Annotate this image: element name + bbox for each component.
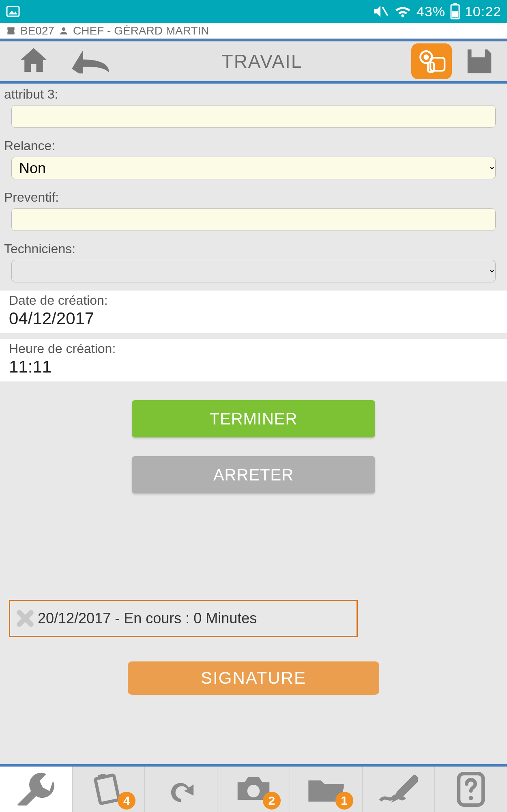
home-icon[interactable]	[15, 45, 52, 77]
page-title: TRAVAIL	[113, 50, 411, 72]
attribut3-label: attribut 3:	[0, 84, 507, 105]
svg-rect-0	[7, 6, 19, 16]
tab-export[interactable]	[145, 767, 217, 812]
clock-text: 10:22	[465, 4, 501, 19]
media-button[interactable]	[411, 43, 452, 79]
date-creation-label: Date de création:	[9, 292, 498, 308]
badge-camera: 2	[263, 792, 281, 810]
svg-point-15	[469, 796, 473, 800]
back-icon[interactable]	[68, 49, 113, 73]
heure-creation-value: 11:11	[9, 356, 498, 377]
relance-select[interactable]: Non	[11, 157, 496, 179]
svg-rect-5	[452, 11, 458, 17]
preventif-label: Preventif:	[0, 187, 507, 208]
save-icon[interactable]	[461, 45, 498, 77]
identity-code: BE027	[20, 24, 54, 37]
svg-point-6	[62, 27, 66, 31]
techniciens-select[interactable]	[11, 260, 496, 282]
battery-icon	[450, 3, 460, 19]
bottom-nav: 4 2 1	[0, 764, 507, 812]
badge-folder: 1	[335, 792, 353, 810]
svg-point-13	[247, 785, 260, 797]
identity-bar: BE027 CHEF - GÉRARD MARTIN	[0, 23, 507, 39]
work-form: attribut 3: Relance: Non Preventif: Tech…	[0, 84, 507, 695]
wifi-icon	[394, 2, 412, 20]
relance-label: Relance:	[0, 136, 507, 157]
tab-camera[interactable]: 2	[217, 767, 290, 812]
badge-clipboard: 4	[118, 792, 135, 810]
signature-button[interactable]: SIGNATURE	[128, 661, 379, 695]
picture-icon	[6, 4, 20, 19]
tab-sign[interactable]	[363, 767, 435, 812]
tab-clipboard[interactable]: 4	[73, 767, 145, 812]
svg-marker-1	[9, 11, 17, 15]
person-icon	[58, 26, 69, 36]
android-status-bar: 43% 10:22	[0, 0, 507, 23]
svg-point-8	[425, 55, 428, 59]
identity-user: CHEF - GÉRARD MARTIN	[73, 24, 209, 37]
status-entry[interactable]: 20/12/2017 - En cours : 0 Minutes	[9, 600, 358, 637]
close-icon[interactable]	[15, 608, 35, 629]
svg-line-2	[382, 7, 387, 16]
heure-creation-label: Heure de création:	[9, 340, 498, 356]
tab-folder[interactable]: 1	[290, 767, 363, 812]
battery-percent: 43%	[417, 4, 445, 19]
ticket-icon	[6, 26, 16, 36]
svg-rect-4	[453, 3, 457, 5]
attribut3-input[interactable]	[11, 105, 496, 128]
arreter-button[interactable]: ARRETER	[132, 456, 375, 493]
techniciens-label: Techniciens:	[0, 239, 507, 260]
svg-rect-11	[95, 775, 119, 804]
date-creation-value: 04/12/2017	[9, 308, 498, 328]
preventif-input[interactable]	[11, 208, 496, 231]
svg-rect-12	[97, 773, 106, 780]
tab-work[interactable]	[0, 767, 73, 812]
mute-icon	[372, 3, 389, 20]
terminer-button[interactable]: TERMINER	[132, 400, 375, 437]
app-toolbar: TRAVAIL	[0, 39, 507, 84]
tab-help[interactable]	[435, 767, 507, 812]
status-text: 20/12/2017 - En cours : 0 Minutes	[38, 610, 257, 627]
